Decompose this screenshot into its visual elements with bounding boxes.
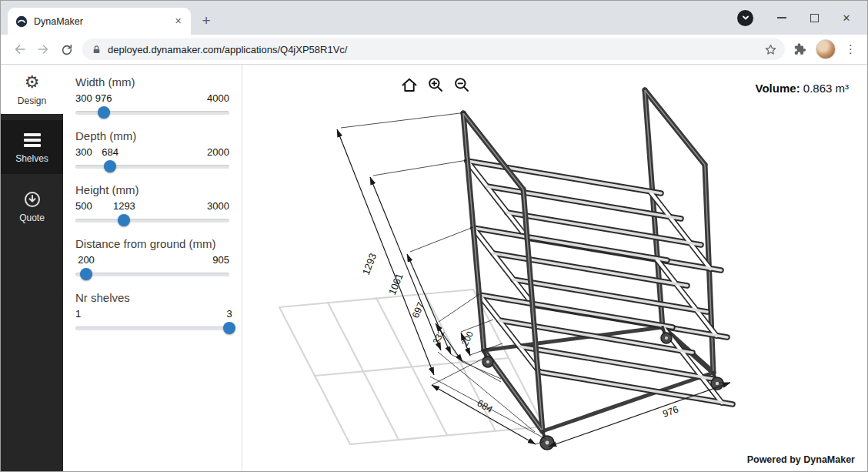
browser-addressbar: deployed.dynamaker.com/applications/Q4jX… <box>1 35 867 65</box>
slider-width: Width (mm) 300 976 4000 <box>75 75 229 119</box>
slider-max-value: 905 <box>212 254 229 266</box>
slider-current-value: 3 <box>226 308 232 320</box>
slider-current-value: 200 <box>78 254 95 266</box>
slider-current-value: 976 <box>95 92 112 104</box>
slider-distance-from-ground: Distance from ground (mm) 200 905 <box>75 237 229 281</box>
slider-depth: Depth (mm) 300 684 2000 <box>75 129 229 173</box>
dim-shelf-top: 1061 <box>386 272 406 296</box>
dim-shelf-mid: 697 <box>410 300 426 320</box>
slider-track[interactable] <box>75 159 229 173</box>
slider-min-value: 500 <box>75 200 92 212</box>
zoom-out-button[interactable] <box>452 75 471 94</box>
zoom-out-icon <box>452 75 471 94</box>
home-icon <box>400 75 419 94</box>
slider-min-value: 1 <box>75 308 81 320</box>
slider-current-value: 684 <box>102 146 119 158</box>
tab-close-icon[interactable]: ✕ <box>172 15 185 28</box>
extensions-puzzle-icon[interactable] <box>793 42 806 56</box>
slider-thumb[interactable] <box>98 106 110 119</box>
slider-track[interactable] <box>75 267 229 281</box>
slider-thumb[interactable] <box>223 322 235 334</box>
tab-title: DynaMaker <box>34 16 172 27</box>
slider-max-value: 2000 <box>207 146 229 158</box>
slider-min-value: 300 <box>75 92 92 104</box>
nav-item-shelves[interactable]: Shelves <box>1 120 63 174</box>
slider-track[interactable] <box>75 213 229 227</box>
slider-thumb[interactable] <box>118 214 130 226</box>
volume-readout: Volume: 0.863 m³ <box>756 82 849 95</box>
nav-item-quote[interactable]: Quote <box>1 182 63 231</box>
url-text[interactable]: deployed.dynamaker.com/applications/Q4jX… <box>108 44 764 55</box>
dim-total-height: 1293 <box>360 252 379 276</box>
slider-thumb[interactable] <box>80 268 92 280</box>
volume-label: Volume: <box>756 82 800 95</box>
shelves-icon <box>24 133 41 147</box>
cad-drawing: 1293 1061 697 332 200 684 976 <box>242 65 867 471</box>
slider-current-value: 1293 <box>113 200 135 212</box>
powered-by-label: Powered by DynaMaker <box>747 454 855 465</box>
viewport-toolbar <box>399 75 471 94</box>
slider-thumb[interactable] <box>104 160 116 172</box>
slider-max-value: 4000 <box>207 92 229 104</box>
slider-label: Distance from ground (mm) <box>75 237 229 250</box>
window-controls: ✕ <box>737 1 863 35</box>
browser-window: DynaMaker ✕ + ✕ deployed.dynamaker.com/a… <box>0 0 868 472</box>
home-view-button[interactable] <box>399 75 419 94</box>
maximize-icon <box>810 14 819 22</box>
zoom-in-icon <box>426 75 445 94</box>
profile-avatar[interactable] <box>816 39 836 59</box>
nav-rail: ⚙ Design Shelves Quote <box>1 65 63 471</box>
slider-label: Nr shelves <box>75 291 229 304</box>
nav-item-label: Design <box>1 95 63 106</box>
slider-track[interactable] <box>75 321 229 335</box>
app-content: ⚙ Design Shelves Quote Width (mm) <box>1 65 867 471</box>
addressbar-actions: ⋮ <box>790 39 860 59</box>
slider-track[interactable] <box>75 105 229 119</box>
minimize-icon <box>777 17 786 18</box>
parameter-panel: Width (mm) 300 976 4000 Depth (mm) 300 6… <box>63 65 242 471</box>
reload-button[interactable] <box>55 38 78 61</box>
zoom-in-button[interactable] <box>426 75 445 94</box>
nav-item-label: Shelves <box>1 153 63 164</box>
slider-max-value: 3000 <box>207 200 229 212</box>
viewport-3d[interactable]: Volume: 0.863 m³ <box>242 65 867 471</box>
download-circle-icon <box>23 190 42 209</box>
nav-item-design[interactable]: ⚙ Design <box>1 65 63 114</box>
browser-titlebar: DynaMaker ✕ + ✕ <box>1 1 867 35</box>
new-tab-button[interactable]: + <box>195 10 217 32</box>
dim-ground-clearance: 200 <box>460 330 475 346</box>
slider-height: Height (mm) 500 1293 3000 <box>75 183 229 227</box>
back-button[interactable] <box>8 38 32 61</box>
maximize-button[interactable] <box>798 5 830 31</box>
browser-tab[interactable]: DynaMaker ✕ <box>8 8 191 35</box>
slider-label: Width (mm) <box>75 75 229 89</box>
gear-icon: ⚙ <box>25 74 40 91</box>
url-bar[interactable]: deployed.dynamaker.com/applications/Q4jX… <box>82 38 785 60</box>
forward-button[interactable] <box>32 38 55 61</box>
lock-icon <box>92 44 102 55</box>
close-button[interactable]: ✕ <box>830 5 863 31</box>
browser-menu-icon[interactable]: ⋮ <box>845 42 856 56</box>
volume-value: 0.863 m³ <box>803 82 849 95</box>
bookmark-star-icon[interactable] <box>764 43 777 56</box>
minimize-button[interactable] <box>766 5 798 31</box>
dynamaker-favicon-icon <box>15 15 28 28</box>
chevron-down-circle-icon[interactable] <box>737 10 753 26</box>
slider-nr-shelves: Nr shelves 1 3 <box>75 291 229 335</box>
dim-depth: 684 <box>476 397 495 415</box>
slider-min-value: 300 <box>75 146 92 158</box>
slider-label: Depth (mm) <box>75 129 229 142</box>
nav-item-label: Quote <box>1 213 63 223</box>
slider-label: Height (mm) <box>75 183 229 196</box>
